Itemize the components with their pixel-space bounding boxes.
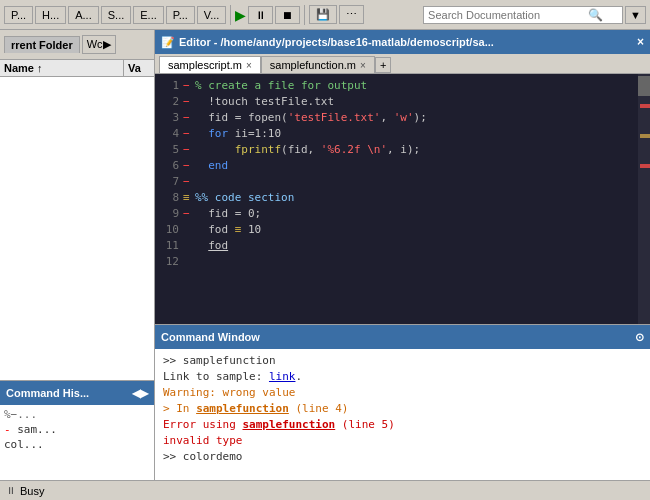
diff-11: − bbox=[183, 206, 193, 222]
tab-samplefunction-close[interactable]: × bbox=[360, 60, 366, 71]
toolbar-separator-2 bbox=[304, 5, 305, 25]
editor-tabs: samplescript.m × samplefunction.m × + bbox=[155, 54, 650, 74]
cmd-history-title: Command His... bbox=[6, 387, 89, 399]
cmd-win-content[interactable]: >> samplefunction Link to sample: link. … bbox=[155, 349, 650, 480]
filter-button[interactable]: ▼ bbox=[625, 6, 646, 24]
cmd-win-title: Command Window bbox=[161, 331, 260, 343]
diff-3: − bbox=[183, 94, 193, 110]
toolbar-btn-e[interactable]: E... bbox=[133, 6, 164, 24]
diff-4: − bbox=[183, 110, 193, 126]
editor-section: 📝 Editor - /home/andy/projects/base16-ma… bbox=[155, 30, 650, 325]
editor-close-icon[interactable]: × bbox=[637, 35, 644, 49]
line-num-7: 7 bbox=[159, 174, 179, 190]
cmd-line-5: Error using samplefunction (line 5) bbox=[163, 417, 642, 433]
editor-scrollbar[interactable] bbox=[638, 74, 650, 324]
toolbar-extra[interactable]: ⋯ bbox=[339, 5, 364, 24]
scroll-marker-3 bbox=[640, 164, 650, 168]
workspace-tab[interactable]: Wc▶ bbox=[82, 35, 116, 54]
sample-link[interactable]: link bbox=[269, 370, 296, 383]
cmd-win-header: Command Window ⊙ bbox=[155, 325, 650, 349]
toolbar-btn-s[interactable]: S... bbox=[101, 6, 132, 24]
toolbar-btn-p2[interactable]: P... bbox=[166, 6, 195, 24]
scrollbar-thumb[interactable] bbox=[638, 76, 650, 96]
search-box: 🔍 bbox=[423, 6, 623, 24]
cmd-line-2: Link to sample: link. bbox=[163, 369, 642, 385]
line-num-4: 4 bbox=[159, 126, 179, 142]
line-num-12: 12 bbox=[159, 254, 179, 270]
folder-header: rrent Folder Wc▶ bbox=[0, 30, 154, 60]
line-num-5: 5 bbox=[159, 142, 179, 158]
cmd-history-header: Command His... ◀▶ bbox=[0, 381, 154, 405]
tab-samplescript-label: samplescript.m bbox=[168, 59, 242, 71]
cmd-history-expand[interactable]: ◀▶ bbox=[132, 387, 148, 400]
diff-markers: − − − − − − − ≡ − bbox=[183, 74, 193, 324]
diff-10: ≡ bbox=[183, 190, 193, 206]
editor-icon: 📝 bbox=[161, 36, 175, 49]
tab-samplescript-close[interactable]: × bbox=[246, 60, 252, 71]
status-text: Busy bbox=[20, 485, 44, 497]
step-button[interactable]: ⏸ bbox=[248, 6, 273, 24]
toolbar-btn-v[interactable]: V... bbox=[197, 6, 227, 24]
line-num-6: 6 bbox=[159, 158, 179, 174]
file-val-col: Va bbox=[124, 60, 154, 76]
cmd-line-1: >> samplefunction bbox=[163, 353, 642, 369]
diff-8: − bbox=[183, 158, 193, 174]
error-location-link[interactable]: samplefunction bbox=[196, 402, 289, 415]
line-num-11: 11 bbox=[159, 238, 179, 254]
add-tab-button[interactable]: + bbox=[375, 57, 391, 73]
line-num-1: 1 bbox=[159, 78, 179, 94]
cmd-line-3: Warning: wrong value bbox=[163, 385, 642, 401]
toolbar-btn-p[interactable]: P... bbox=[4, 6, 33, 24]
diff-2: − bbox=[183, 78, 193, 94]
scroll-marker-2 bbox=[640, 134, 650, 138]
file-list[interactable] bbox=[0, 77, 154, 380]
left-panel: rrent Folder Wc▶ Name ↑ Va Command His..… bbox=[0, 30, 155, 500]
main-layout: rrent Folder Wc▶ Name ↑ Va Command His..… bbox=[0, 30, 650, 500]
diff-6: − bbox=[183, 142, 193, 158]
diff-9: − bbox=[183, 174, 193, 190]
code-area[interactable]: % create a file for output !touch testFi… bbox=[193, 74, 638, 324]
tab-samplefunction-label: samplefunction.m bbox=[270, 59, 356, 71]
search-icon: 🔍 bbox=[588, 8, 603, 22]
command-window: Command Window ⊙ >> samplefunction Link … bbox=[155, 325, 650, 500]
play-button[interactable]: ▶ bbox=[235, 7, 246, 23]
toolbar-btn-a[interactable]: A... bbox=[68, 6, 99, 24]
status-icon: ⏸ bbox=[6, 485, 16, 496]
line-num-10: 10 bbox=[159, 222, 179, 238]
scroll-marker-1 bbox=[640, 104, 650, 108]
cmd-line-6: invalid type bbox=[163, 433, 642, 449]
cmd-hist-item-col[interactable]: col... bbox=[4, 437, 150, 452]
file-name-col: Name ↑ bbox=[0, 60, 124, 76]
line-num-2: 2 bbox=[159, 94, 179, 110]
editor-title: Editor - /home/andy/projects/base16-matl… bbox=[179, 36, 637, 48]
cmd-hist-item-sam[interactable]: sam... bbox=[4, 422, 150, 437]
cmd-line-7: >> colordemo bbox=[163, 449, 642, 465]
line-num-9: 9 bbox=[159, 206, 179, 222]
stop-button[interactable]: ⏹ bbox=[275, 6, 300, 24]
file-list-header: Name ↑ Va bbox=[0, 60, 154, 77]
save-button[interactable]: 💾 bbox=[309, 5, 337, 24]
error-using-link[interactable]: samplefunction bbox=[242, 418, 335, 431]
toolbar-separator bbox=[230, 5, 231, 25]
cmd-win-expand-icon[interactable]: ⊙ bbox=[635, 331, 644, 344]
search-input[interactable] bbox=[428, 9, 588, 21]
cmd-hist-separator: %−... bbox=[4, 407, 150, 422]
line-numbers: 1 2 3 4 5 6 7 8 9 10 11 12 bbox=[155, 74, 183, 324]
current-folder-tab[interactable]: rrent Folder bbox=[4, 36, 80, 53]
editor-content: 1 2 3 4 5 6 7 8 9 10 11 12 − − bbox=[155, 74, 650, 324]
diff-5: − bbox=[183, 126, 193, 142]
tab-samplefunction[interactable]: samplefunction.m × bbox=[261, 56, 375, 73]
top-toolbar: P... H... A... S... E... P... V... ▶ ⏸ ⏹… bbox=[0, 0, 650, 30]
right-panel: 📝 Editor - /home/andy/projects/base16-ma… bbox=[155, 30, 650, 500]
line-num-3: 3 bbox=[159, 110, 179, 126]
status-bar: ⏸ Busy bbox=[0, 480, 650, 500]
cmd-line-4: > In samplefunction (line 4) bbox=[163, 401, 642, 417]
editor-titlebar: 📝 Editor - /home/andy/projects/base16-ma… bbox=[155, 30, 650, 54]
toolbar-btn-h[interactable]: H... bbox=[35, 6, 66, 24]
line-num-8: 8 bbox=[159, 190, 179, 206]
tab-samplescript[interactable]: samplescript.m × bbox=[159, 56, 261, 73]
